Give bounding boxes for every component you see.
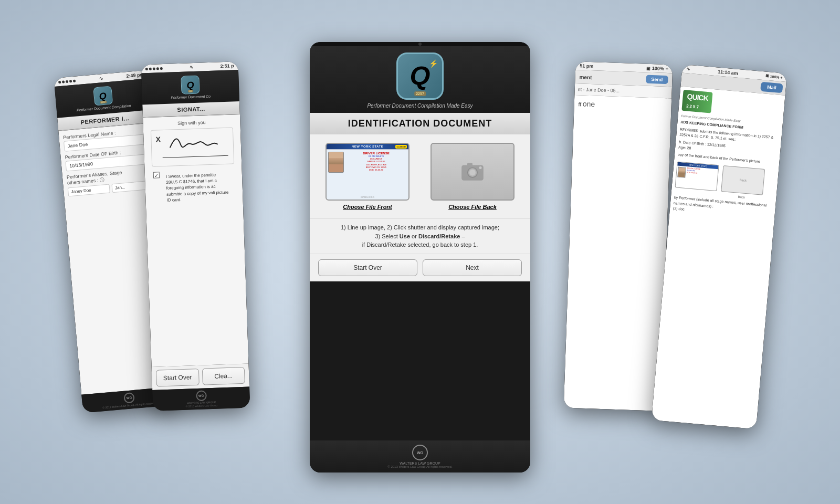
- id-back-box: Choose File Back: [423, 143, 522, 210]
- tagline-phone2: Performer Document Co: [146, 93, 235, 100]
- dl-cards-row: NEW YORK STATE DRIVER LICENSE ID: 012 34…: [675, 159, 776, 201]
- id-logo-numbers: 2257: [414, 91, 426, 96]
- walters-law: WALTERS LAW GROUP: [314, 461, 526, 465]
- logo-numbers-phone1: 2257: [100, 100, 107, 103]
- logo-q-phone1: Q: [99, 91, 107, 101]
- phone-records: ∿ 11:14 am ▣ 100% + Mail QUICK2257 Forme…: [652, 65, 788, 429]
- dl-expires: EXPIRES: 2015-15: [361, 196, 374, 198]
- mini-dl-card-front: NEW YORK STATE DRIVER LICENSE ID: 012 34…: [675, 161, 719, 191]
- dl-info: ID: 012 345 678 DOCUMENT SAMPLE LICENSE …: [345, 155, 407, 171]
- instructions: 1) Line up image, 2) Click shutter and d…: [310, 218, 530, 254]
- time-phone5: 11:14 am: [718, 69, 738, 76]
- id-front-box: NEW YORK STATE DRIVER LICENSE ID: 012 34…: [318, 143, 417, 210]
- wlg-logo-phone2: WG: [196, 390, 207, 401]
- phone-signature: ∿ 2:51 p Q 225 Performer Document Co SIG…: [141, 61, 250, 411]
- sig-button-row: Start Over Clea...: [152, 364, 249, 390]
- dl-text-area: DRIVER LICENSE ID: 012 345 678 DOCUMENT …: [345, 152, 407, 173]
- app-header-phone2: Q 225 Performer Document Co: [141, 70, 239, 104]
- records-screen: QUICK2257 Former Document Compilation Ma…: [652, 86, 785, 429]
- mini-photo: [677, 167, 686, 178]
- id-button-row: Start Over Next: [310, 254, 530, 281]
- svg-rect-12: [467, 163, 472, 166]
- battery-pct-phone5: 100%: [770, 75, 779, 79]
- dl-photo-face: [329, 152, 343, 172]
- camera-icon: [459, 159, 486, 185]
- id-doc-tagline: Performer Document Compilation Made Easy: [314, 103, 526, 109]
- signature-area[interactable]: X: [151, 127, 234, 166]
- camera-dot: [418, 43, 422, 46]
- lightning-icon: ⚡: [429, 59, 438, 68]
- instructions-text2: 3) Select Use or Discard/Retake –: [375, 233, 465, 239]
- oath-text: I Swear, under the penaltie 28U.S.C $174…: [162, 169, 235, 205]
- dl-back-mini: Back Back: [720, 163, 765, 201]
- instructions-text3: if Discard/Retake selected, go back to s…: [362, 242, 478, 248]
- signature-svg: [167, 132, 220, 155]
- id-logo-q: Q: [410, 63, 430, 89]
- dl-photo: [328, 152, 344, 173]
- id-content: NEW YORK STATE DRIVER LICENSE ID: 012 34…: [310, 134, 530, 218]
- choose-back-link[interactable]: Choose File Back: [423, 204, 522, 210]
- dl-class-badge: CLASS D: [395, 145, 407, 149]
- checkbox[interactable]: ✓: [153, 172, 160, 178]
- mini-info: DRIVER LICENSE ID: 012 345 DOB: 06-06-80: [686, 167, 700, 179]
- phone-id-document: Q 2257 ⚡ Performer Document Compilation …: [310, 42, 530, 472]
- start-over-button-phone3[interactable]: Start Over: [318, 259, 417, 276]
- checkbox-row: ✓ I Swear, under the penaltie 28U.S.C $1…: [149, 167, 239, 208]
- logo-q-phone2: Q: [186, 80, 194, 89]
- dl-front-mini: NEW YORK STATE DRIVER LICENSE ID: 012 34…: [675, 159, 719, 196]
- doc-header-text: ment: [579, 74, 592, 80]
- start-over-button-phone2[interactable]: Start Over: [156, 369, 200, 387]
- wlg-circle-phone3: WG: [412, 445, 428, 460]
- time-phone2: 2:51 p: [220, 63, 234, 69]
- instructions-text1: 1) Line up image, 2) Click shutter and d…: [341, 224, 499, 230]
- id-doc-logo: Q 2257 ⚡: [396, 52, 444, 100]
- camera-placeholder[interactable]: [430, 143, 514, 201]
- app-logo-phone1: Q 2257: [93, 86, 113, 106]
- doc-content-phone4: ff one: [564, 95, 672, 411]
- id-card-front-image[interactable]: NEW YORK STATE DRIVER LICENSE ID: 012 34…: [326, 143, 410, 201]
- wifi-icon: ∿: [99, 76, 103, 81]
- dl-content: DRIVER LICENSE ID: 012 345 678 DOCUMENT …: [327, 150, 408, 174]
- logo-numbers-phone2: 225: [187, 90, 193, 92]
- battery-area-phone5: ▣ 100% +: [765, 74, 783, 79]
- battery-pct-phone4: 100%: [652, 66, 664, 71]
- id-doc-header: Q 2257 ⚡ Performer Document Compilation …: [310, 46, 530, 113]
- time-phone4: 51 pm: [580, 63, 593, 69]
- wlg-logo-phone1: WG: [123, 392, 135, 404]
- sig-line: [163, 155, 228, 158]
- mini-dl-card-back: Back: [721, 165, 765, 195]
- quick-logo: QUICK2257: [681, 90, 712, 113]
- form-area-phone2: Sign with you X ✓ I Swear, under the pen…: [143, 114, 248, 367]
- svg-point-13: [479, 166, 482, 169]
- clear-button-phone2[interactable]: Clea...: [202, 367, 245, 385]
- id-doc-title: IDENTIFICATION DOCUMENT: [310, 113, 530, 134]
- doc-content-text: ff: [579, 101, 582, 107]
- svg-point-11: [469, 170, 476, 176]
- battery-area-phone4: ▣ 100% +: [646, 66, 669, 71]
- sig-x-mark: X: [155, 135, 161, 143]
- next-button-phone3[interactable]: Next: [423, 259, 522, 276]
- choose-front-link[interactable]: Choose File Front: [318, 204, 417, 210]
- footer-phone2: WG WALTERS LAW GROUP © 2013 Walters Law …: [152, 387, 250, 411]
- phones-container: ∿ 2:49 pm Q 2257 Performer Document Comp…: [52, 21, 788, 483]
- app-logo-phone2: Q 225: [181, 76, 200, 94]
- mail-button-phone5[interactable]: Mail: [761, 82, 783, 93]
- footer-phone3: WG WALTERS LAW GROUP © 2013 Walters Law …: [310, 440, 530, 472]
- footer-text-phone3: © 2013 Walters Law Group All rights rese…: [314, 465, 526, 468]
- top-bar-phone3: [310, 42, 530, 46]
- doc-name-phone4: nt - Jane Doe - 05...: [578, 87, 620, 93]
- send-button-phone4[interactable]: Send: [646, 75, 668, 84]
- sign-instruction: Sign with you: [147, 119, 236, 127]
